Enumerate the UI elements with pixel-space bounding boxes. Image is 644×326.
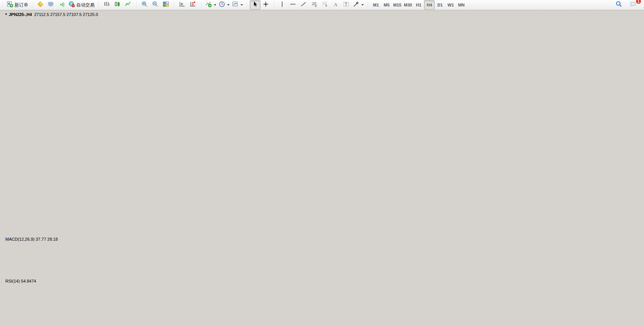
- timeframe-h4-button[interactable]: H4: [424, 0, 435, 10]
- cube-icon: [37, 1, 44, 9]
- new-order-icon: [6, 1, 13, 9]
- svg-text:A: A: [334, 2, 338, 7]
- chevron-down-icon: ▼: [5, 13, 8, 16]
- main-toolbar: 新订单自动交易EFATM1M5M15M30H1H4D1W1MN 1: [0, 0, 644, 10]
- trendline-icon: [300, 1, 307, 9]
- cursor-icon: [252, 1, 259, 9]
- chevron-down-icon: [241, 4, 243, 6]
- svg-text:E: E: [315, 5, 317, 7]
- timeframe-h1-button[interactable]: H1: [413, 0, 424, 10]
- toolbar-grip: [31, 2, 33, 8]
- text-a-icon: A: [332, 1, 339, 9]
- zoom-in-icon: [141, 1, 148, 9]
- timeframe-m5-button[interactable]: M5: [381, 0, 392, 10]
- toolbar-grip: [367, 2, 369, 8]
- rsi-label: RSI(14) 54.8474: [5, 279, 36, 283]
- arrows-tool-button[interactable]: [352, 0, 365, 10]
- toolbar-grip: [135, 2, 137, 8]
- terminal-button[interactable]: [46, 0, 56, 10]
- zoom-out-icon: [152, 1, 159, 9]
- line-chart-icon: [125, 1, 132, 9]
- timeframe-m30-button[interactable]: M30: [403, 0, 413, 10]
- fibonacci-button[interactable]: F: [320, 0, 330, 10]
- autotrade-button[interactable]: 自动交易: [67, 0, 96, 10]
- equidistant-channel-button[interactable]: E: [309, 0, 320, 10]
- toolbar-grip: [246, 2, 248, 8]
- bars-chart-icon: [103, 1, 110, 9]
- toolbar-grip: [98, 2, 100, 8]
- text-label-icon: T: [343, 1, 350, 9]
- ohlc-values: 27112.5 27157.5 27107.5 27125.0: [34, 12, 98, 17]
- period-clock-icon: [218, 1, 225, 9]
- hline-icon: [289, 1, 296, 9]
- zoom-out-button[interactable]: [150, 0, 161, 10]
- mt4-window: { "toolbar": { "new_order_label": "新订单",…: [0, 0, 644, 326]
- trendline-tool-button[interactable]: [298, 0, 309, 10]
- timeframe-d1-button[interactable]: D1: [435, 0, 445, 10]
- vline-icon: [279, 1, 286, 9]
- timeframe-mn-button[interactable]: MN: [456, 0, 467, 10]
- crosshair-tool-button[interactable]: [260, 0, 271, 10]
- signal-icon: [58, 1, 65, 9]
- svg-text:F: F: [326, 5, 327, 7]
- toolbar-grip: [2, 2, 3, 8]
- cursor-tool-button[interactable]: [250, 0, 260, 10]
- chevron-down-icon: [214, 4, 216, 6]
- chart-canvas[interactable]: [0, 10, 644, 323]
- bar-chart-button[interactable]: [101, 0, 112, 10]
- line-chart-button[interactable]: [123, 0, 133, 10]
- chat-button[interactable]: 1: [628, 0, 639, 10]
- toolbar-grip: [273, 2, 275, 8]
- tile-windows-button[interactable]: [161, 0, 171, 10]
- tile-windows-icon: [162, 1, 169, 9]
- monitor-icon: [48, 1, 55, 9]
- templates-button[interactable]: [231, 0, 244, 10]
- timeframe-m15-button[interactable]: M15: [392, 0, 403, 10]
- shapes-icon: [353, 1, 360, 9]
- notification-badge: 1: [636, 0, 641, 4]
- svg-text:T: T: [345, 2, 347, 6]
- fibo-e-icon: E: [311, 1, 318, 9]
- toolbar-grip: [200, 2, 202, 8]
- search-button[interactable]: [613, 0, 624, 10]
- arrange-right-icon: [190, 1, 196, 9]
- periods-button[interactable]: [217, 0, 231, 10]
- indicators-button[interactable]: [204, 0, 217, 10]
- auto-arrange-button[interactable]: [177, 0, 188, 10]
- chevron-down-icon: [227, 4, 230, 6]
- globe-icon: [68, 1, 75, 9]
- candle-chart-button[interactable]: [112, 0, 123, 10]
- arrange-left-icon: [179, 1, 186, 9]
- text-tool-button[interactable]: A: [330, 0, 341, 10]
- track-chart-button[interactable]: [188, 0, 198, 10]
- hline-tool-button[interactable]: [287, 0, 298, 10]
- search-icon: [615, 1, 622, 9]
- symbol-period: JPN225-,H4: [9, 12, 32, 17]
- timeframe-m1-button[interactable]: M1: [371, 0, 381, 10]
- zoom-in-button[interactable]: [139, 0, 150, 10]
- candles-chart-icon: [114, 1, 121, 9]
- vline-tool-button[interactable]: [277, 0, 287, 10]
- timeframe-group: M1M5M15M30H1H4D1W1MN: [369, 0, 468, 10]
- signals-button[interactable]: [56, 0, 67, 10]
- chart-window[interactable]: ▼ JPN225-,H4 27112.5 27157.5 27107.5 271…: [0, 10, 644, 323]
- deposit-icon-button[interactable]: [35, 0, 46, 10]
- timeframe-w1-button[interactable]: W1: [445, 0, 456, 10]
- macd-label: MACD(12,26,9) 37.77 28.18: [5, 237, 58, 241]
- add-indicator-icon: [205, 1, 212, 9]
- text-label-tool-button[interactable]: T: [341, 0, 352, 10]
- new-order-button[interactable]: 新订单: [5, 0, 29, 10]
- fibo-f-icon: F: [321, 1, 328, 9]
- template-icon: [232, 1, 239, 9]
- chevron-down-icon: [361, 4, 364, 6]
- crosshair-icon: [262, 1, 269, 9]
- symbol-ohlc-line: ▼ JPN225-,H4 27112.5 27157.5 27107.5 271…: [5, 12, 98, 17]
- toolbar-grip: [173, 2, 175, 8]
